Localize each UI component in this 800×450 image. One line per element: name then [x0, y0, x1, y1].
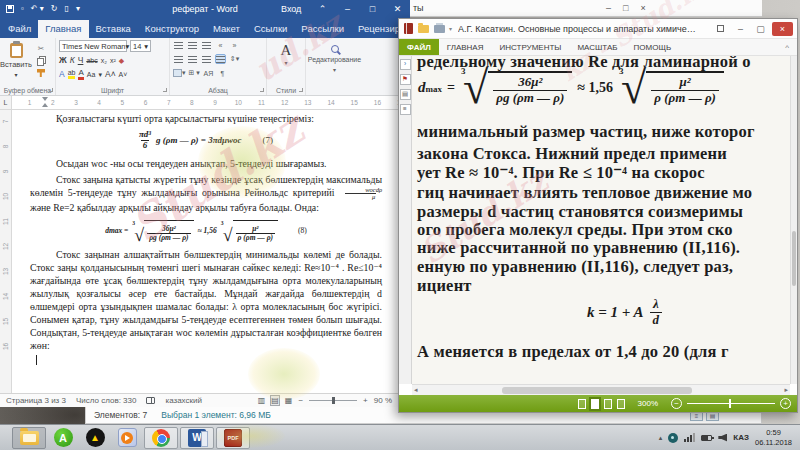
word-tab-6[interactable]: Рассылки [294, 20, 351, 38]
word-tab-3[interactable]: Конструктор [138, 20, 206, 38]
language-indicator[interactable]: казахский [165, 396, 202, 405]
pdf-menu-tab-2[interactable]: ИНСТРУМЕНТЫ [491, 39, 569, 55]
hanging-indent-marker[interactable] [42, 103, 48, 107]
justify-icon[interactable] [215, 54, 226, 64]
ruler-tab-selector[interactable]: L [0, 96, 12, 110]
pilcrow-icon[interactable]: ¶ [217, 68, 228, 78]
pdf-minimize-button[interactable]: – [732, 22, 749, 36]
network-icon[interactable] [668, 433, 678, 443]
pdf-zoom-out-button[interactable]: − [671, 398, 682, 409]
doc-paragraph-4[interactable]: Стокс заңынан алшақтайтын бөлшектердің м… [30, 248, 382, 352]
taskbar-pdf-button[interactable]: PDF [216, 427, 250, 449]
taskbar-word-button[interactable]: W [180, 427, 214, 449]
facing-pages-icon[interactable] [604, 399, 612, 409]
signin-link[interactable]: Вход [281, 4, 301, 14]
explorer-close-button[interactable]: × [640, 3, 645, 13]
zoom-slider[interactable] [309, 400, 357, 401]
pdf-close-button[interactable]: × [772, 22, 793, 36]
align-right-icon[interactable] [201, 54, 212, 64]
continuous-page-icon[interactable] [591, 399, 599, 409]
decrease-indent-icon[interactable]: « [215, 40, 226, 50]
thumbnails-icon[interactable]: ▤ [400, 89, 411, 100]
font-size-select[interactable]: 14▾ [130, 40, 151, 52]
word-count[interactable]: Число слов: 330 [76, 396, 136, 405]
zoom-in-button[interactable]: + [363, 396, 368, 405]
numbering-icon[interactable] [187, 40, 198, 50]
show-hidden-icons[interactable]: ▴ [659, 434, 663, 442]
taskbar-app-button[interactable]: ▲ [80, 427, 110, 449]
sort-icon[interactable]: АЯ [203, 68, 214, 78]
word-tab-2[interactable]: Вставка [89, 20, 138, 38]
single-page-icon[interactable] [578, 399, 586, 409]
paragraph-dialog-launcher[interactable] [260, 88, 264, 92]
taskbar-explorer-button[interactable] [12, 427, 46, 449]
pdf-vertical-scrollbar[interactable] [790, 56, 797, 384]
scroll-right-icon[interactable]: ▸ [784, 386, 788, 394]
print-layout-icon[interactable]: ▤ [271, 396, 279, 405]
taskbar-chrome-button[interactable] [144, 427, 178, 449]
line-spacing-icon[interactable]: ⇕▾ [229, 54, 240, 64]
underline-button[interactable]: Ч [78, 56, 84, 65]
find-icon[interactable] [331, 45, 339, 53]
increase-indent-icon[interactable]: » [229, 40, 240, 50]
word-tab-4[interactable]: Макет [206, 20, 247, 38]
font-dialog-launcher[interactable] [163, 88, 167, 92]
highlight-button[interactable]: ab [68, 69, 76, 79]
doc-paragraph-1[interactable]: Қозғалыстағы күшті орта қарсыластығы күш… [30, 112, 382, 125]
read-mode-icon[interactable]: ▥ [258, 396, 266, 405]
ribbon-options-button[interactable]: ⌃ [310, 4, 335, 14]
explorer-minimize-button[interactable]: – [606, 3, 611, 13]
pdf-menu-tab-4[interactable]: ПОМОЩЬ [626, 39, 680, 55]
strikethrough-button[interactable]: abc [86, 57, 97, 64]
layers-icon[interactable]: ≡ [400, 104, 411, 115]
borders-icon[interactable]: ⊞ ▾ [189, 68, 200, 78]
change-case-button[interactable]: Аа [87, 71, 96, 78]
subscript-button[interactable]: x₂ [101, 57, 107, 64]
sidebar-expand-button[interactable]: › [400, 59, 411, 70]
doc-paragraph-2[interactable]: Осыдан wос -ны осы теңдеуден анықтап, 5-… [30, 157, 382, 170]
doc-formula-8[interactable]: dmax = 3√36μ²ρg (ρт — ρ) ≈ 1,56 3√μ²ρ (ρ… [30, 220, 382, 243]
clipboard-dialog-launcher[interactable] [49, 88, 53, 92]
word-tab-1[interactable]: Главная [38, 20, 88, 38]
keyboard-layout[interactable]: КАЗ [733, 433, 749, 442]
pdf-fullscreen-button[interactable] [712, 22, 729, 36]
bold-button[interactable]: Ж [59, 56, 67, 65]
font-color-button[interactable]: А [78, 69, 83, 80]
pdf-menu-tab-1[interactable]: ГЛАВНАЯ [439, 39, 492, 55]
signal-icon[interactable] [684, 433, 695, 442]
styles-icon[interactable]: А [281, 43, 292, 58]
align-left-icon[interactable] [173, 54, 184, 64]
format-painter-icon[interactable] [37, 69, 45, 77]
doc-paragraph-3[interactable]: Стокс заңына қатысты жүретін тұну кезінд… [30, 173, 382, 214]
volume-icon[interactable] [718, 434, 727, 442]
battery-icon[interactable] [701, 435, 712, 441]
continuous-facing-icon[interactable] [617, 399, 625, 409]
print-icon[interactable] [434, 25, 445, 33]
superscript-button[interactable]: x² [110, 57, 116, 64]
bullets-icon[interactable] [173, 40, 184, 50]
vscroll-thumb[interactable] [792, 231, 796, 286]
scroll-left-icon[interactable]: ◂ [414, 386, 418, 394]
copy-icon[interactable] [37, 58, 44, 66]
styles-dialog-launcher[interactable] [299, 88, 303, 92]
pdf-restore-button[interactable]: ▢ [752, 22, 769, 36]
pdf-zoom-level[interactable]: 300% [638, 399, 658, 408]
pdf-zoom-in-button[interactable]: + [780, 398, 791, 409]
italic-button[interactable]: К [70, 56, 75, 65]
clear-format-icon[interactable]: ◆ [119, 57, 124, 64]
zoom-out-button[interactable]: − [298, 396, 303, 405]
ribbon-collapse-icon[interactable]: ^ [779, 40, 795, 55]
clock[interactable]: 0:59 06.11.2018 [755, 428, 792, 447]
first-line-indent-marker[interactable] [42, 97, 48, 101]
hscroll-thumb[interactable] [502, 387, 692, 394]
pdf-zoom-slider[interactable] [687, 403, 775, 404]
doc-formula-7[interactable]: πd³6 g (ρт — ρ) = 3πdμwос (7) [30, 130, 382, 151]
word-minimize-button[interactable]: – [335, 4, 360, 14]
page-indicator[interactable]: Страница 3 из 3 [6, 396, 66, 405]
taskbar-aimp-button[interactable]: A [48, 427, 78, 449]
multilevel-list-icon[interactable] [201, 40, 212, 50]
pdf-menu-tab-0[interactable]: ФАЙЛ [399, 39, 439, 55]
cut-icon[interactable]: ✂ [38, 44, 44, 53]
word-tab-5[interactable]: Ссылки [247, 20, 294, 38]
word-tab-0[interactable]: Файл [1, 20, 38, 38]
